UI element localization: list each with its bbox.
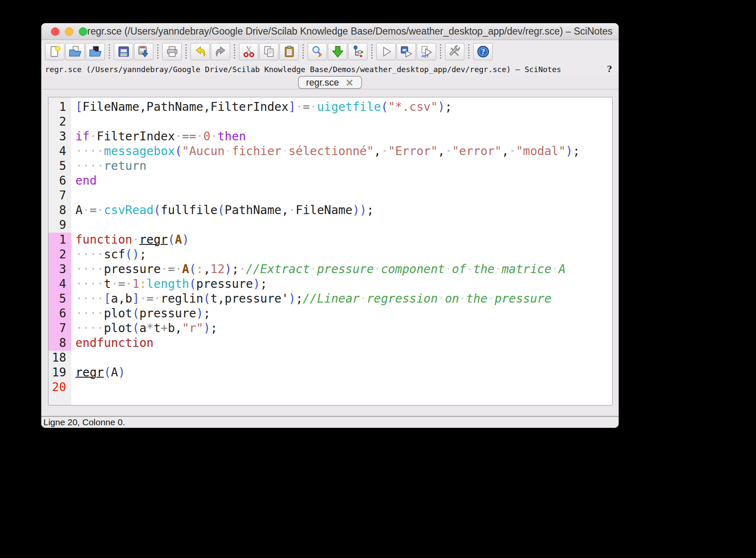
help-question-icon[interactable]: ? (607, 64, 612, 74)
redo-button[interactable] (211, 43, 230, 60)
paste-button[interactable] (279, 43, 299, 60)
undo-button[interactable] (190, 43, 210, 60)
line-number: 4 (48, 144, 71, 159)
save-and-execute-button[interactable] (397, 43, 416, 60)
line-number: 7 (48, 321, 71, 336)
new-file-button[interactable] (45, 43, 64, 60)
open-in-scilab-button[interactable] (86, 43, 105, 60)
find-replace-button[interactable] (308, 43, 327, 60)
code-text: ····return (71, 159, 612, 174)
scinotes-window: regr.sce (/Users/yanndebray/Google Drive… (41, 23, 619, 428)
find-icon (311, 45, 324, 58)
code-line[interactable]: 7····plot(a*t+b,"r"); (48, 321, 612, 336)
code-text: [FileName,PathName,FilterIndex]·=·uigetf… (71, 100, 612, 115)
toolbar-separator (109, 44, 110, 59)
cut-button[interactable] (239, 43, 258, 60)
line-number: 6 (48, 174, 71, 188)
code-line[interactable]: 8endfunction (48, 336, 612, 351)
line-number: 19 (48, 365, 71, 380)
toolbar-separator (303, 44, 304, 59)
tab-label: regr.sce (306, 77, 339, 88)
line-number: 2 (48, 247, 71, 262)
tab-close-icon[interactable]: × (346, 78, 354, 87)
line-number: 3 (48, 129, 71, 144)
save-as-icon (137, 45, 150, 58)
traffic-lights (51, 27, 87, 36)
code-line[interactable]: 1function·regr(A) (48, 233, 612, 247)
line-number: 9 (48, 218, 71, 233)
minimize-window-button[interactable] (65, 27, 73, 36)
print-button[interactable] (162, 43, 182, 60)
code-line[interactable]: 5····return (48, 159, 612, 174)
redo-icon (214, 45, 227, 58)
line-number: 8 (48, 336, 71, 351)
code-line[interactable]: 8A·=·csvRead(fullfile(PathName,·FileName… (48, 203, 612, 218)
open-file-icon (69, 45, 82, 58)
code-line[interactable]: 7 (48, 188, 612, 203)
line-number: 20 (48, 380, 71, 395)
editor-panel: 1[FileName,PathName,FilterIndex]·=·uiget… (41, 89, 619, 416)
execute-button[interactable] (376, 43, 396, 60)
open-dark-icon (89, 45, 102, 58)
code-text: regr(A) (71, 365, 612, 380)
undo-icon (194, 45, 207, 58)
code-line[interactable]: 6end (48, 174, 612, 188)
svg-text:ALT: ALT (421, 54, 429, 58)
preferences-button[interactable] (445, 43, 464, 60)
close-window-button[interactable] (51, 27, 59, 36)
code-line[interactable]: 5····[a,b]·=·reglin(t,pressure');//Linea… (48, 292, 612, 306)
code-line[interactable]: 6····plot(pressure); (48, 306, 612, 321)
code-line[interactable]: 3if·FilterIndex·==·0·then (48, 129, 612, 144)
save-play-icon (400, 45, 413, 58)
code-line[interactable]: 4····t·=·1:length(pressure); (48, 277, 612, 292)
code-text: endfunction (71, 336, 612, 351)
code-line[interactable]: 18 (48, 351, 612, 365)
status-bar: Ligne 20, Colonne 0. (41, 416, 619, 428)
window-title: regr.sce (/Users/yanndebray/Google Drive… (87, 26, 619, 37)
line-number: 5 (48, 292, 71, 306)
code-line[interactable]: 2····scf(); (48, 247, 612, 262)
play-icon (380, 45, 393, 58)
toolbar-separator (440, 44, 441, 59)
code-text: ····plot(pressure); (71, 306, 612, 321)
paste-icon (283, 45, 296, 58)
code-line[interactable]: 19regr(A) (48, 365, 612, 380)
code-line[interactable]: 20 (48, 380, 612, 395)
zoom-window-button[interactable] (79, 27, 87, 36)
code-text (71, 380, 612, 395)
code-line[interactable]: 2 (48, 115, 612, 129)
copy-button[interactable] (259, 43, 279, 60)
code-line[interactable]: 1[FileName,PathName,FilterIndex]·=·uiget… (48, 100, 612, 115)
code-navigator-button[interactable] (348, 43, 367, 60)
code-line[interactable]: 3····pressure·=·A(:,12);·//Extract·press… (48, 262, 612, 277)
code-editor[interactable]: 1[FileName,PathName,FilterIndex]·=·uiget… (48, 97, 613, 405)
cut-icon (242, 45, 255, 58)
code-line[interactable]: 9 (48, 218, 612, 233)
code-text (71, 351, 612, 365)
load-icon (331, 45, 344, 58)
code-text: if·FilterIndex·==·0·then (71, 129, 612, 144)
load-into-scilab-button[interactable] (328, 43, 347, 60)
execute-no-echo-button[interactable]: ALT (417, 43, 436, 60)
code-text: ····[a,b]·=·reglin(t,pressure');//Linear… (71, 292, 612, 306)
save-button[interactable] (114, 43, 133, 60)
tab-regr-sce[interactable]: regr.sce × (298, 76, 362, 89)
help-icon: ? (477, 45, 490, 58)
line-number: 1 (48, 100, 71, 115)
help-button[interactable]: ? (473, 43, 493, 60)
toolbar-separator (157, 44, 158, 59)
line-number: 6 (48, 306, 71, 321)
code-text (71, 218, 612, 233)
new-file-icon (48, 45, 62, 58)
code-text: ····messagebox("Aucun·fichier·sélectionn… (71, 144, 612, 159)
document-path: regr.sce (/Users/yanndebray/Google Drive… (45, 65, 561, 74)
toolbar-separator (371, 44, 373, 59)
titlebar: regr.sce (/Users/yanndebray/Google Drive… (41, 23, 619, 40)
code-line[interactable]: 4····messagebox("Aucun·fichier·sélection… (48, 144, 612, 159)
line-number: 2 (48, 115, 71, 129)
line-number: 3 (48, 262, 71, 277)
path-bar: regr.sce (/Users/yanndebray/Google Drive… (41, 63, 619, 75)
save-as-button[interactable] (134, 43, 153, 60)
open-file-button[interactable] (65, 43, 85, 60)
line-number: 18 (48, 351, 71, 365)
